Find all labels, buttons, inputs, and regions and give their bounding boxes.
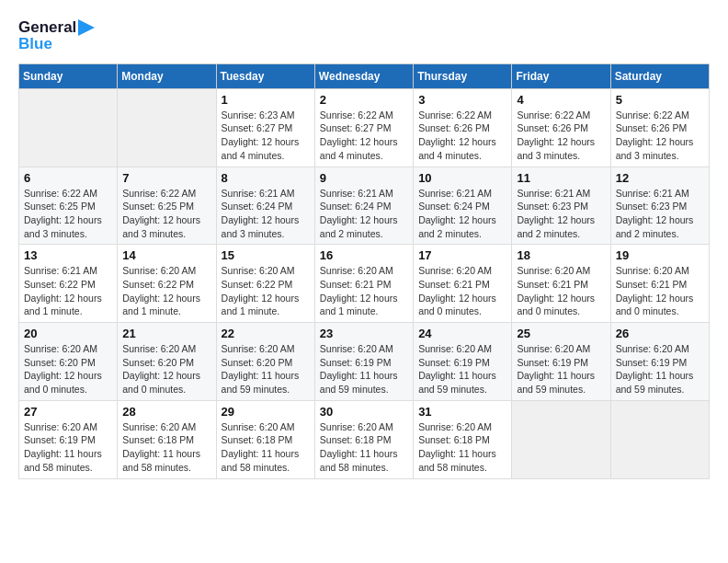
day-number: 4 — [517, 93, 605, 107]
day-info: Sunrise: 6:20 AM Sunset: 6:19 PM Dayligh… — [517, 342, 605, 396]
col-header-monday: Monday — [118, 63, 216, 88]
calendar-cell: 12Sunrise: 6:21 AM Sunset: 6:23 PM Dayli… — [610, 167, 709, 245]
calendar-cell: 22Sunrise: 6:20 AM Sunset: 6:20 PM Dayli… — [216, 323, 314, 401]
col-header-sunday: Sunday — [19, 63, 118, 88]
calendar-cell: 15Sunrise: 6:20 AM Sunset: 6:22 PM Dayli… — [216, 245, 314, 323]
calendar-cell: 16Sunrise: 6:20 AM Sunset: 6:21 PM Dayli… — [314, 245, 413, 323]
day-info: Sunrise: 6:20 AM Sunset: 6:21 PM Dayligh… — [418, 264, 506, 318]
day-info: Sunrise: 6:21 AM Sunset: 6:24 PM Dayligh… — [320, 187, 408, 241]
day-number: 29 — [222, 405, 310, 419]
col-header-saturday: Saturday — [610, 63, 709, 88]
day-number: 1 — [222, 93, 310, 107]
calendar-cell: 2Sunrise: 6:22 AM Sunset: 6:27 PM Daylig… — [314, 88, 413, 167]
day-info: Sunrise: 6:20 AM Sunset: 6:19 PM Dayligh… — [320, 342, 408, 396]
calendar-cell: 1Sunrise: 6:23 AM Sunset: 6:27 PM Daylig… — [216, 88, 314, 167]
calendar-cell: 18Sunrise: 6:20 AM Sunset: 6:21 PM Dayli… — [512, 245, 610, 323]
calendar-week-4: 20Sunrise: 6:20 AM Sunset: 6:20 PM Dayli… — [19, 323, 710, 401]
day-number: 3 — [418, 93, 506, 107]
day-info: Sunrise: 6:22 AM Sunset: 6:25 PM Dayligh… — [24, 187, 112, 241]
day-number: 28 — [122, 405, 210, 419]
day-info: Sunrise: 6:20 AM Sunset: 6:22 PM Dayligh… — [122, 264, 210, 318]
calendar-cell: 11Sunrise: 6:21 AM Sunset: 6:23 PM Dayli… — [512, 167, 610, 245]
day-info: Sunrise: 6:20 AM Sunset: 6:21 PM Dayligh… — [320, 264, 408, 318]
day-number: 12 — [616, 171, 704, 185]
calendar-week-1: 1Sunrise: 6:23 AM Sunset: 6:27 PM Daylig… — [19, 88, 710, 167]
day-number: 20 — [24, 327, 112, 340]
day-info: Sunrise: 6:20 AM Sunset: 6:18 PM Dayligh… — [320, 420, 408, 475]
logo-arrow — [78, 19, 95, 36]
day-number: 8 — [222, 171, 310, 185]
calendar-cell: 5Sunrise: 6:22 AM Sunset: 6:26 PM Daylig… — [610, 88, 709, 167]
day-info: Sunrise: 6:20 AM Sunset: 6:19 PM Dayligh… — [24, 420, 112, 475]
logo-blue: Blue — [18, 35, 52, 53]
col-header-wednesday: Wednesday — [314, 63, 413, 88]
day-number: 31 — [418, 405, 506, 419]
day-number: 13 — [24, 248, 112, 262]
day-number: 5 — [616, 93, 704, 107]
calendar-cell: 28Sunrise: 6:20 AM Sunset: 6:18 PM Dayli… — [118, 400, 216, 478]
day-info: Sunrise: 6:20 AM Sunset: 6:21 PM Dayligh… — [616, 264, 704, 318]
calendar-cell: 8Sunrise: 6:21 AM Sunset: 6:24 PM Daylig… — [216, 167, 314, 245]
page-header: General Blue — [18, 18, 710, 54]
day-number: 25 — [517, 327, 605, 340]
calendar-cell: 21Sunrise: 6:20 AM Sunset: 6:20 PM Dayli… — [118, 323, 216, 401]
day-number: 22 — [222, 327, 310, 340]
calendar-cell: 25Sunrise: 6:20 AM Sunset: 6:19 PM Dayli… — [512, 323, 610, 401]
calendar-cell: 9Sunrise: 6:21 AM Sunset: 6:24 PM Daylig… — [314, 167, 413, 245]
calendar-week-2: 6Sunrise: 6:22 AM Sunset: 6:25 PM Daylig… — [19, 167, 710, 245]
day-info: Sunrise: 6:20 AM Sunset: 6:18 PM Dayligh… — [122, 420, 210, 475]
day-number: 23 — [320, 327, 408, 340]
calendar-body: 1Sunrise: 6:23 AM Sunset: 6:27 PM Daylig… — [19, 88, 710, 478]
calendar-cell: 10Sunrise: 6:21 AM Sunset: 6:24 PM Dayli… — [414, 167, 512, 245]
day-info: Sunrise: 6:20 AM Sunset: 6:20 PM Dayligh… — [24, 342, 112, 396]
day-info: Sunrise: 6:22 AM Sunset: 6:26 PM Dayligh… — [517, 109, 605, 163]
day-info: Sunrise: 6:23 AM Sunset: 6:27 PM Dayligh… — [222, 109, 310, 163]
calendar-cell: 4Sunrise: 6:22 AM Sunset: 6:26 PM Daylig… — [512, 88, 610, 167]
day-number: 27 — [24, 405, 112, 419]
calendar-cell: 17Sunrise: 6:20 AM Sunset: 6:21 PM Dayli… — [414, 245, 512, 323]
calendar-cell: 23Sunrise: 6:20 AM Sunset: 6:19 PM Dayli… — [314, 323, 413, 401]
day-number: 6 — [24, 171, 112, 185]
day-info: Sunrise: 6:22 AM Sunset: 6:27 PM Dayligh… — [320, 109, 408, 163]
day-info: Sunrise: 6:20 AM Sunset: 6:19 PM Dayligh… — [616, 342, 704, 396]
calendar-cell: 31Sunrise: 6:20 AM Sunset: 6:18 PM Dayli… — [414, 400, 512, 478]
day-info: Sunrise: 6:20 AM Sunset: 6:18 PM Dayligh… — [222, 420, 310, 475]
day-number: 18 — [517, 248, 605, 262]
day-number: 2 — [320, 93, 408, 107]
calendar-cell: 19Sunrise: 6:20 AM Sunset: 6:21 PM Dayli… — [610, 245, 709, 323]
day-info: Sunrise: 6:20 AM Sunset: 6:19 PM Dayligh… — [418, 342, 506, 396]
calendar-cell: 30Sunrise: 6:20 AM Sunset: 6:18 PM Dayli… — [314, 400, 413, 478]
calendar-cell: 26Sunrise: 6:20 AM Sunset: 6:19 PM Dayli… — [610, 323, 709, 401]
calendar-cell: 20Sunrise: 6:20 AM Sunset: 6:20 PM Dayli… — [19, 323, 118, 401]
day-info: Sunrise: 6:21 AM Sunset: 6:22 PM Dayligh… — [24, 264, 112, 318]
day-number: 16 — [320, 248, 408, 262]
day-number: 14 — [122, 248, 210, 262]
logo-general: General — [18, 18, 76, 37]
day-info: Sunrise: 6:22 AM Sunset: 6:26 PM Dayligh… — [418, 109, 506, 163]
calendar-table: SundayMondayTuesdayWednesdayThursdayFrid… — [18, 63, 710, 479]
calendar-cell — [512, 400, 610, 478]
day-number: 24 — [418, 327, 506, 340]
day-number: 15 — [222, 248, 310, 262]
day-info: Sunrise: 6:20 AM Sunset: 6:20 PM Dayligh… — [222, 342, 310, 396]
calendar-cell: 24Sunrise: 6:20 AM Sunset: 6:19 PM Dayli… — [414, 323, 512, 401]
day-number: 19 — [616, 248, 704, 262]
calendar-cell: 3Sunrise: 6:22 AM Sunset: 6:26 PM Daylig… — [414, 88, 512, 167]
calendar-cell: 29Sunrise: 6:20 AM Sunset: 6:18 PM Dayli… — [216, 400, 314, 478]
day-info: Sunrise: 6:22 AM Sunset: 6:25 PM Dayligh… — [122, 187, 210, 241]
calendar-cell — [610, 400, 709, 478]
calendar-cell: 27Sunrise: 6:20 AM Sunset: 6:19 PM Dayli… — [19, 400, 118, 478]
logo: General Blue — [18, 18, 95, 54]
day-info: Sunrise: 6:20 AM Sunset: 6:21 PM Dayligh… — [517, 264, 605, 318]
calendar-cell — [19, 88, 118, 167]
day-info: Sunrise: 6:20 AM Sunset: 6:20 PM Dayligh… — [122, 342, 210, 396]
day-number: 30 — [320, 405, 408, 419]
day-info: Sunrise: 6:22 AM Sunset: 6:26 PM Dayligh… — [616, 109, 704, 163]
calendar-cell: 14Sunrise: 6:20 AM Sunset: 6:22 PM Dayli… — [118, 245, 216, 323]
day-info: Sunrise: 6:21 AM Sunset: 6:24 PM Dayligh… — [418, 187, 506, 241]
calendar-header-row: SundayMondayTuesdayWednesdayThursdayFrid… — [19, 63, 710, 88]
day-number: 11 — [517, 171, 605, 185]
calendar-cell: 13Sunrise: 6:21 AM Sunset: 6:22 PM Dayli… — [19, 245, 118, 323]
day-info: Sunrise: 6:21 AM Sunset: 6:24 PM Dayligh… — [222, 187, 310, 241]
calendar-cell: 6Sunrise: 6:22 AM Sunset: 6:25 PM Daylig… — [19, 167, 118, 245]
